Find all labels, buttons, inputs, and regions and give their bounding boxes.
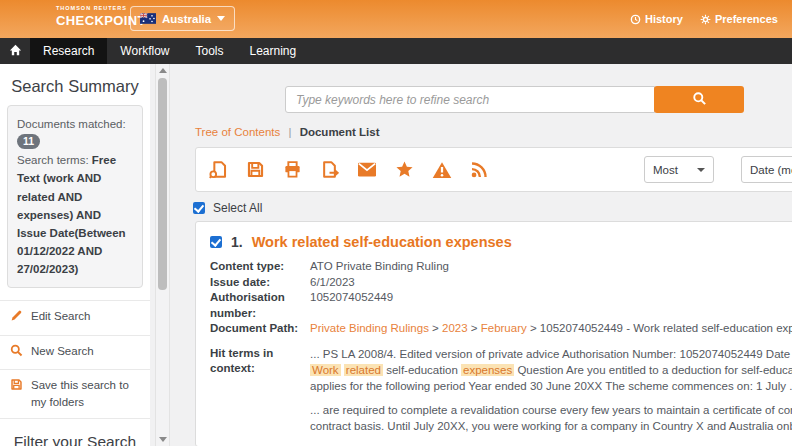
scroll-up-arrow[interactable]: [159, 68, 167, 73]
search-terms-label: Search terms:: [17, 154, 89, 166]
tab-learning[interactable]: Learning: [237, 38, 310, 64]
create-alert-icon[interactable]: [432, 161, 452, 179]
save-search-icon[interactable]: [246, 160, 265, 179]
preferences-label: Preferences: [715, 13, 778, 25]
add-to-favourites-icon[interactable]: [395, 160, 414, 179]
chevron-down-icon: [697, 168, 705, 172]
australian-flag-icon: [140, 13, 156, 24]
search-summary-card: Documents matched: 11 Search terms: Free…: [7, 105, 143, 288]
documents-matched-label: Documents matched:: [17, 118, 126, 130]
save-search-label: Save this search to my folders: [31, 377, 140, 412]
hit-terms-context: ... PS LA 2008/4. Edited version of priv…: [310, 346, 792, 434]
refine-search-input[interactable]: [285, 86, 655, 113]
field-label: Content type:: [210, 259, 310, 275]
region-label: Australia: [162, 13, 211, 25]
field-value: 1052074052449: [310, 290, 393, 321]
primary-nav: Research Workflow Tools Learning: [0, 38, 792, 64]
result-title-link[interactable]: Work related self-education expenses: [252, 234, 512, 250]
results-toolbar: Most Date (mos: [195, 147, 792, 192]
result-checkbox[interactable]: [210, 236, 222, 248]
scroll-down-arrow[interactable]: [159, 437, 167, 442]
home-button[interactable]: [0, 38, 30, 64]
search-summary-title: Search Summary: [6, 77, 144, 96]
new-search-button[interactable]: New Search: [0, 335, 150, 369]
export-icon[interactable]: [320, 160, 339, 179]
hit-line: contract basis. Until July 20XX, you wer…: [310, 418, 792, 434]
edit-search-label: Edit Search: [31, 308, 90, 325]
search-summary-panel: Search Summary Documents matched: 11 Sea…: [0, 64, 150, 446]
search-icon: [10, 344, 23, 362]
sort-select-value: Most: [653, 164, 678, 176]
documents-matched-count: 11: [17, 134, 40, 149]
preferences-link[interactable]: Preferences: [700, 13, 778, 25]
app-header: THOMSON REUTERS CHECKPOINT™ Australia: [0, 0, 792, 39]
result-item: 1. Work related self-education expenses …: [195, 221, 792, 446]
breadcrumb-link[interactable]: Private Binding Rulings: [310, 322, 429, 334]
sort-select[interactable]: Most: [644, 156, 714, 183]
breadcrumb-link[interactable]: 2023: [442, 322, 468, 334]
highlighted-hit-term: related: [344, 364, 383, 376]
hit-line: Work related self-education expenses Que…: [310, 362, 792, 378]
history-link[interactable]: History: [630, 13, 683, 25]
save-icon: [10, 378, 23, 396]
highlighted-hit-term: expenses: [461, 364, 514, 376]
history-icon: [630, 14, 641, 25]
pencil-icon: [10, 309, 23, 327]
field-hit-terms: Hit terms in context: ... PS LA 2008/4. …: [210, 346, 792, 434]
tab-document-list[interactable]: Document List: [300, 126, 380, 138]
tab-tools[interactable]: Tools: [182, 38, 236, 64]
tab-workflow[interactable]: Workflow: [107, 38, 182, 64]
field-label: Issue date:: [210, 275, 310, 291]
field-label: Document Path:: [210, 321, 310, 337]
checkpoint-app: THOMSON REUTERS CHECKPOINT™ Australia: [0, 0, 792, 446]
history-label: History: [645, 13, 683, 25]
search-submit-button[interactable]: [654, 86, 744, 113]
field-value: ATO Private Binding Ruling: [310, 259, 449, 275]
chevron-down-icon: [217, 16, 225, 21]
breadcrumb-link[interactable]: February: [481, 322, 527, 334]
edit-search-button[interactable]: Edit Search: [0, 300, 150, 334]
field-authorisation-number: Authorisation number: 1052074052449: [210, 290, 792, 321]
document-path-breadcrumb: Private Binding Rulings > 2023 > Februar…: [310, 321, 792, 337]
region-selector-button[interactable]: Australia: [130, 6, 235, 31]
home-icon: [9, 42, 22, 60]
view-tab-separator: |: [288, 126, 291, 138]
search-icon: [692, 91, 707, 109]
results-main: Tree of Contents | Document List Most Da…: [168, 64, 792, 446]
header-menu: History Preferences Alerts: [630, 0, 792, 38]
hit-line: applies for the following period Year en…: [310, 378, 792, 394]
tab-tree-of-contents[interactable]: Tree of Contents: [195, 126, 280, 138]
search-actions: Edit Search New Search Save this search …: [0, 300, 150, 419]
field-content-type: Content type: ATO Private Binding Ruling: [210, 259, 792, 275]
select-all-label: Select All: [213, 201, 262, 215]
select-all-row: Select All: [193, 201, 262, 215]
date-select-value: Date (mos: [750, 164, 792, 176]
save-search-button[interactable]: Save this search to my folders: [0, 369, 150, 420]
email-icon[interactable]: [357, 161, 377, 178]
date-sort-select[interactable]: Date (mos: [741, 156, 792, 183]
hit-line: ... PS LA 2008/4. Edited version of priv…: [310, 346, 792, 362]
view-tabs: Tree of Contents | Document List: [195, 126, 380, 138]
tab-research[interactable]: Research: [30, 38, 107, 64]
field-issue-date: Issue date: 6/1/2023: [210, 275, 792, 291]
new-search-label: New Search: [31, 343, 94, 360]
field-label: Hit terms in context:: [210, 346, 310, 434]
print-icon[interactable]: [283, 160, 302, 179]
field-value: 6/1/2023: [310, 275, 355, 291]
select-all-checkbox[interactable]: [193, 202, 205, 214]
open-document-icon[interactable]: [209, 160, 228, 179]
gear-icon: [700, 14, 711, 25]
hit-line: ... are required to complete a revalidat…: [310, 402, 792, 418]
field-document-path: Document Path: Private Binding Rulings >…: [210, 321, 792, 337]
filter-search-title: Filter your Search: [6, 433, 144, 446]
field-label: Authorisation number:: [210, 290, 310, 321]
result-number: 1.: [231, 234, 243, 250]
highlighted-hit-term: Work: [310, 364, 341, 376]
scrollbar-thumb[interactable]: [158, 78, 167, 290]
rss-feed-icon[interactable]: [470, 161, 488, 179]
search-terms-value: Free Text (work AND related AND expenses…: [17, 154, 126, 275]
